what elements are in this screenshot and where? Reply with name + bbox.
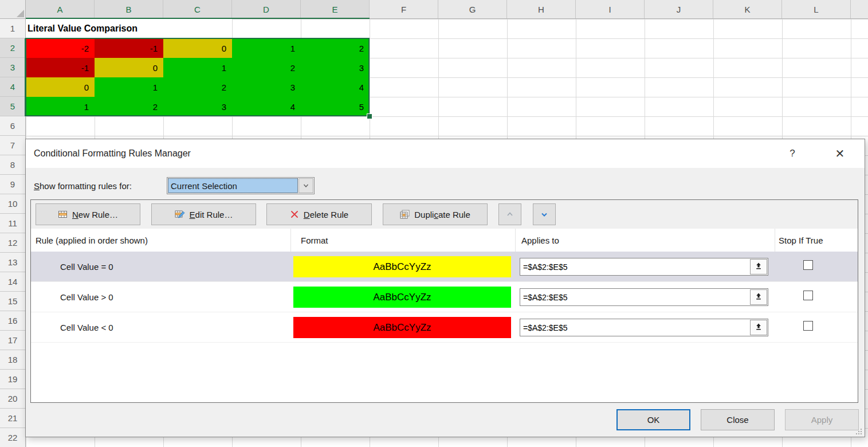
rules-toolbar: New Rule…Edit Rule…Delete RuleDuplicate … <box>31 200 858 229</box>
stop-if-true-checkbox[interactable] <box>803 321 813 331</box>
column-header-stop-if-true: Stop If True <box>779 229 823 252</box>
column-header-g[interactable]: G <box>438 0 507 18</box>
edit-rule-icon <box>175 210 185 219</box>
dialog-titlebar[interactable]: Conditional Formatting Rules Manager <box>26 139 865 168</box>
dropdown-selected-value: Current Selection <box>168 178 298 193</box>
row-header-17[interactable]: 17 <box>0 331 25 350</box>
column-header-m[interactable]: M <box>851 0 868 18</box>
stop-if-true-checkbox[interactable] <box>803 260 813 270</box>
collapse-dialog-button[interactable] <box>750 320 767 335</box>
chevron-down-icon <box>540 210 549 219</box>
row-header-14[interactable]: 14 <box>0 272 25 292</box>
delete-rule-button[interactable]: Delete Rule <box>266 203 372 225</box>
show-rules-dropdown[interactable]: Current Selection <box>167 177 315 194</box>
format-preview: AaBbCcYyZz <box>293 287 511 308</box>
row-header-8[interactable]: 8 <box>0 155 25 175</box>
new-rule-button[interactable]: New Rule… <box>36 203 140 225</box>
close-icon: ✕ <box>835 147 845 160</box>
applies-to-range: =$A$2:$E$5 <box>523 258 567 275</box>
resize-grip[interactable] <box>854 427 862 435</box>
move-rule-up-button[interactable] <box>498 203 521 225</box>
fill-handle[interactable] <box>367 113 372 119</box>
row-header-18[interactable]: 18 <box>0 350 25 370</box>
collapse-dialog-icon <box>755 262 763 272</box>
duplicate-rule-icon <box>400 210 410 219</box>
rule-condition: Cell Value > 0 <box>60 282 113 312</box>
cell-a1[interactable]: Literal Value Comparison <box>26 19 232 38</box>
rules-list-box: New Rule…Edit Rule…Delete RuleDuplicate … <box>30 199 858 403</box>
column-header-c[interactable]: C <box>163 0 232 18</box>
applies-to-field[interactable]: =$A$2:$E$5 <box>520 319 768 336</box>
column-header-format: Format <box>301 229 328 252</box>
column-header-e[interactable]: E <box>301 0 370 18</box>
apply-button[interactable]: Apply <box>785 409 859 430</box>
excel-window: ABCDEFGHIJKLM 12345678910111213141516171… <box>0 0 868 447</box>
help-button[interactable]: ? <box>780 139 805 168</box>
row-header-15[interactable]: 15 <box>0 292 25 311</box>
column-header-applies-to: Applies to <box>521 229 559 252</box>
header-separator <box>775 229 775 252</box>
chevron-down-icon <box>303 181 309 191</box>
row-header-22[interactable]: 22 <box>0 428 25 447</box>
row-header-21[interactable]: 21 <box>0 409 25 428</box>
close-button[interactable]: ✕ <box>825 139 855 168</box>
row-header-19[interactable]: 19 <box>0 370 25 389</box>
rule-row[interactable]: Cell Value = 0AaBbCcYyZz=$A$2:$E$5 <box>31 252 858 282</box>
edit-rule-button[interactable]: Edit Rule… <box>151 203 256 225</box>
row-header-2[interactable]: 2 <box>0 38 25 58</box>
row-header-1[interactable]: 1 <box>0 19 25 38</box>
column-header-k[interactable]: K <box>713 0 782 18</box>
duplicate-rule-button[interactable]: Duplicate Rule <box>383 203 488 225</box>
format-preview: AaBbCcYyZz <box>293 317 511 338</box>
select-all-triangle-icon <box>17 10 24 17</box>
applies-to-field[interactable]: =$A$2:$E$5 <box>520 288 768 306</box>
applies-to-range: =$A$2:$E$5 <box>523 319 567 336</box>
collapse-dialog-button[interactable] <box>750 289 767 305</box>
row-header-6[interactable]: 6 <box>0 116 25 136</box>
column-header-f[interactable]: F <box>370 0 438 18</box>
applies-to-field[interactable]: =$A$2:$E$5 <box>520 258 768 276</box>
move-rule-down-button[interactable] <box>533 203 556 225</box>
column-header-d[interactable]: D <box>232 0 301 18</box>
row-header-12[interactable]: 12 <box>0 233 25 253</box>
conditional-formatting-rules-manager-dialog: Conditional Formatting Rules Manager ? ✕… <box>25 139 865 437</box>
header-separator <box>515 229 516 252</box>
applies-to-range: =$A$2:$E$5 <box>523 289 567 305</box>
stop-if-true-checkbox[interactable] <box>803 291 813 300</box>
column-header-strip: ABCDEFGHIJKLM <box>26 0 868 19</box>
row-header-3[interactable]: 3 <box>0 58 25 77</box>
row-header-13[interactable]: 13 <box>0 253 25 272</box>
collapse-dialog-button[interactable] <box>750 259 767 275</box>
collapse-dialog-icon <box>755 323 763 332</box>
row-header-9[interactable]: 9 <box>0 175 25 194</box>
chevron-up-icon <box>505 210 514 219</box>
rule-row[interactable]: Cell Value > 0AaBbCcYyZz=$A$2:$E$5 <box>31 282 858 312</box>
row-header-16[interactable]: 16 <box>0 311 25 331</box>
rule-condition: Cell Value < 0 <box>60 312 113 343</box>
selection-border <box>25 38 370 116</box>
new-rule-icon <box>58 210 68 219</box>
column-header-i[interactable]: I <box>576 0 645 18</box>
column-header-h[interactable]: H <box>507 0 576 18</box>
show-formatting-rules-label: Show formatting rules for: <box>34 177 132 194</box>
column-header-b[interactable]: B <box>95 0 163 18</box>
ok-button[interactable]: OK <box>616 409 690 430</box>
row-header-5[interactable]: 5 <box>0 97 25 116</box>
header-separator <box>290 229 291 252</box>
row-header-4[interactable]: 4 <box>0 77 25 97</box>
column-header-j[interactable]: J <box>645 0 713 18</box>
dropdown-arrow-button[interactable] <box>299 178 313 193</box>
row-header-7[interactable]: 7 <box>0 136 25 155</box>
column-header-a[interactable]: A <box>26 0 95 18</box>
row-header-20[interactable]: 20 <box>0 389 25 409</box>
delete-rule-icon <box>290 210 299 219</box>
select-all-corner[interactable] <box>0 0 26 19</box>
help-icon: ? <box>790 148 795 159</box>
column-header-l[interactable]: L <box>782 0 851 18</box>
selected-rows-accent <box>25 38 26 116</box>
row-header-11[interactable]: 11 <box>0 214 25 233</box>
row-header-10[interactable]: 10 <box>0 194 25 214</box>
collapse-dialog-icon <box>755 292 763 302</box>
rule-row[interactable]: Cell Value < 0AaBbCcYyZz=$A$2:$E$5 <box>31 312 858 343</box>
close-footer-button[interactable]: Close <box>701 409 775 430</box>
